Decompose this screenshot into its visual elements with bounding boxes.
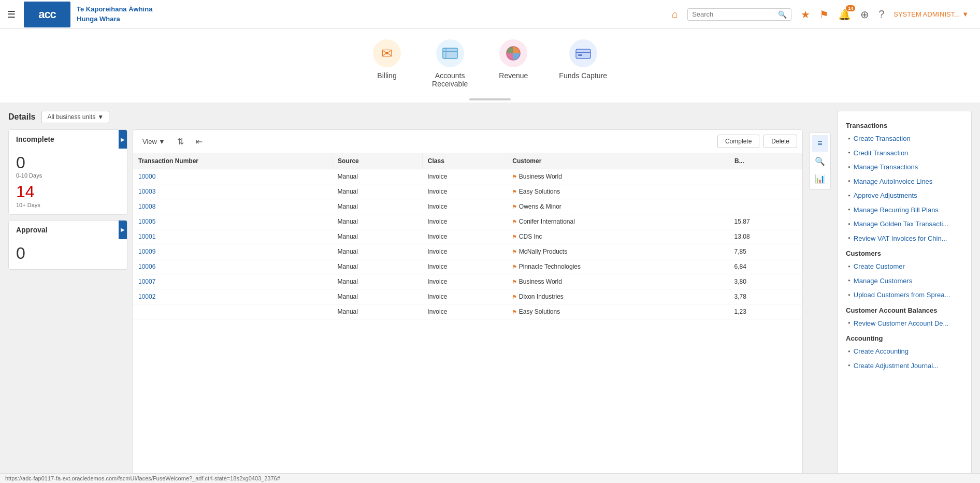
nav-item-accounts-receivable[interactable]: AccountsReceivable — [432, 39, 468, 88]
approval-label: Approval — [9, 221, 119, 239]
filter-icon[interactable]: ⇤ — [192, 134, 207, 149]
context-link-item[interactable]: ●Create Adjustment Journal... — [838, 359, 971, 373]
txn-number-cell[interactable]: 10007 — [133, 274, 333, 289]
search-tool[interactable]: 🔍 — [812, 153, 828, 169]
table-row: 10009 Manual Invoice ⚑McNally Products 7… — [133, 244, 802, 259]
txn-number-cell[interactable]: 10008 — [133, 199, 333, 214]
hamburger-menu-icon[interactable]: ☰ — [5, 7, 18, 22]
list-view-tool[interactable]: ≡ — [812, 135, 828, 152]
customer-account-links: ●Review Customer Account De... — [838, 316, 971, 331]
transactions-links: ●Create Transaction●Credit Transaction●M… — [838, 131, 971, 245]
table-row: 10008 Manual Invoice ⚑Owens & Minor — [133, 199, 802, 214]
amount-cell: 7,85 — [729, 244, 802, 259]
view-dropdown[interactable]: View ▼ — [138, 136, 169, 148]
source-cell: Manual — [333, 229, 423, 244]
source-cell: Manual — [333, 274, 423, 289]
search-box[interactable]: 🔍 — [687, 8, 791, 21]
incomplete-card-header: Incomplete ▶ — [9, 130, 127, 149]
incomplete-label: Incomplete — [9, 130, 119, 149]
txn-number-cell[interactable]: 10005 — [133, 214, 333, 229]
sort-icon[interactable]: ⇅ — [174, 134, 188, 149]
table-row: 10001 Manual Invoice ⚑CDS Inc 13,08 — [133, 229, 802, 244]
home-icon[interactable]: ⌂ — [672, 8, 678, 20]
amount-cell: 13,08 — [729, 229, 802, 244]
class-cell: Invoice — [422, 259, 507, 274]
business-units-chevron-icon: ▼ — [97, 113, 104, 121]
class-cell: Invoice — [422, 199, 507, 214]
incomplete-card: Incomplete ▶ 0 0-10 Days 14 10+ Days — [8, 129, 127, 215]
class-cell: Invoice — [422, 229, 507, 244]
amount-cell: 6,84 — [729, 259, 802, 274]
accounts-receivable-icon — [436, 39, 464, 67]
class-cell: Invoice — [422, 244, 507, 259]
txn-number-cell[interactable]: 10001 — [133, 229, 333, 244]
customer-account-section-title: Customer Account Balances — [838, 302, 971, 316]
details-header: Details All business units ▼ — [8, 111, 803, 123]
details-title: Details — [8, 112, 35, 122]
revenue-label: Revenue — [499, 71, 528, 80]
approval-card: Approval ▶ 0 — [8, 220, 127, 270]
table-row: Manual Invoice ⚑Easy Solutions 1,23 — [133, 304, 802, 319]
billing-icon: ✉ — [373, 39, 401, 67]
source-cell: Manual — [333, 304, 423, 319]
txn-number-cell[interactable] — [133, 304, 333, 319]
source-cell: Manual — [333, 184, 423, 199]
context-link-item[interactable]: ●Manage Golden Tax Transacti... — [838, 217, 971, 231]
nav-item-revenue[interactable]: Revenue — [499, 39, 528, 88]
context-link-item[interactable]: ●Manage Customers — [838, 274, 971, 288]
chart-tool[interactable]: 📊 — [812, 170, 828, 187]
table-row: 10005 Manual Invoice ⚑Conifer Internatio… — [133, 214, 802, 229]
txn-number-cell[interactable]: 10002 — [133, 289, 333, 304]
customer-cell: ⚑CDS Inc — [507, 229, 729, 244]
incomplete-card-bar[interactable]: ▶ — [119, 130, 127, 149]
approval-arrow-icon: ▶ — [121, 227, 125, 232]
context-link-item[interactable]: ●Review VAT Invoices for Chin... — [838, 231, 971, 246]
business-units-dropdown[interactable]: All business units ▼ — [41, 111, 109, 123]
table-scroll[interactable]: Transaction Number Source Class Customer… — [133, 153, 802, 482]
search-icon[interactable]: 🔍 — [778, 10, 787, 19]
user-name-text: SYSTEM ADMINIST... — [893, 10, 960, 18]
approval-card-bar[interactable]: ▶ — [119, 221, 127, 239]
context-link-item[interactable]: ●Manage Recurring Bill Plans — [838, 203, 971, 217]
context-link-item[interactable]: ●Upload Customers from Sprea... — [838, 288, 971, 302]
table-body: 10000 Manual Invoice ⚑Business World 100… — [133, 169, 802, 319]
amount-cell: 1,23 — [729, 304, 802, 319]
funds-capture-label: Funds Capture — [559, 71, 607, 80]
source-cell: Manual — [333, 199, 423, 214]
class-cell: Invoice — [422, 274, 507, 289]
txn-number-cell[interactable]: 10000 — [133, 169, 333, 184]
nav-item-funds-capture[interactable]: Funds Capture — [559, 39, 607, 88]
help-icon[interactable]: ? — [878, 8, 884, 20]
complete-button[interactable]: Complete — [717, 135, 759, 148]
notifications-badge[interactable]: 🔔 14 — [838, 8, 851, 21]
context-link-item[interactable]: ●Manage AutoInvoice Lines — [838, 174, 971, 189]
bullet-icon: ● — [848, 348, 851, 355]
view-chevron-icon: ▼ — [158, 138, 165, 145]
class-cell: Invoice — [422, 289, 507, 304]
table-row: 10007 Manual Invoice ⚑Business World 3,8… — [133, 274, 802, 289]
svg-rect-6 — [578, 54, 582, 56]
txn-number-cell[interactable]: 10009 — [133, 244, 333, 259]
delete-button[interactable]: Delete — [763, 135, 797, 148]
accessibility-icon[interactable]: ⊕ — [860, 8, 869, 21]
txn-number-cell[interactable]: 10003 — [133, 184, 333, 199]
context-link-item[interactable]: ●Approve Adjustments — [838, 188, 971, 203]
bullet-icon: ● — [848, 292, 851, 298]
logo-box: acc — [24, 2, 70, 27]
context-link-item[interactable]: ●Review Customer Account De... — [838, 316, 971, 331]
favorites-icon[interactable]: ★ — [801, 8, 810, 21]
context-link-item[interactable]: ●Credit Transaction — [838, 146, 971, 160]
txn-number-cell[interactable]: 10006 — [133, 259, 333, 274]
context-link-item[interactable]: ●Manage Transactions — [838, 160, 971, 174]
context-link-item[interactable]: ●Create Accounting — [838, 344, 971, 359]
customer-cell: ⚑Easy Solutions — [507, 184, 729, 199]
search-input[interactable] — [692, 10, 775, 18]
nav-item-billing[interactable]: ✉ Billing — [373, 39, 401, 88]
context-link-item[interactable]: ●Create Transaction — [838, 131, 971, 146]
user-menu[interactable]: SYSTEM ADMINIST... ▼ — [893, 10, 969, 18]
context-link-item[interactable]: ●Create Customer — [838, 259, 971, 274]
customer-cell: ⚑Business World — [507, 274, 729, 289]
header-icons: ⌂ 🔍 ★ ⚑ 🔔 14 ⊕ ? SYSTEM ADMINIST... ▼ — [672, 8, 969, 21]
flag-icon[interactable]: ⚑ — [819, 8, 829, 21]
source-cell: Manual — [333, 169, 423, 184]
